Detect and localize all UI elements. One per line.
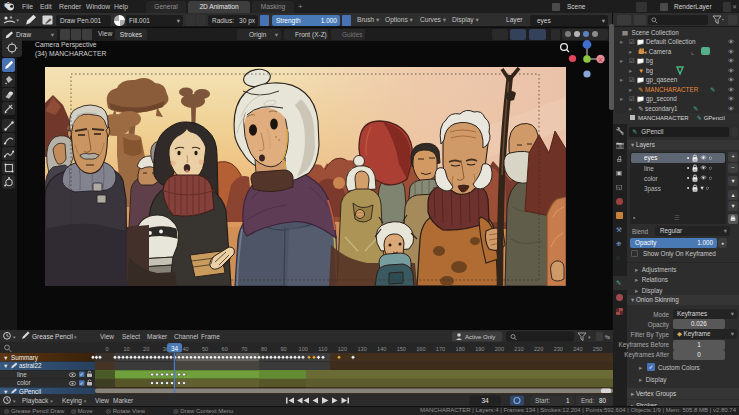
svg-text:Marker: Marker <box>113 397 134 404</box>
svg-text:▼: ▼ <box>3 355 8 361</box>
svg-text:Channel: Channel <box>174 333 199 340</box>
svg-text:40: 40 <box>182 346 188 352</box>
svg-text:34: 34 <box>171 345 179 352</box>
svg-text:↹: ↹ <box>605 334 610 340</box>
svg-text:250: 250 <box>593 346 602 352</box>
svg-text:✓: ✓ <box>80 371 84 377</box>
svg-text:80: 80 <box>599 397 607 404</box>
svg-text:✓: ✓ <box>80 380 84 386</box>
svg-text:160: 160 <box>416 346 425 352</box>
svg-text:View: View <box>95 397 109 404</box>
svg-text:Keying ▾: Keying ▾ <box>62 397 87 405</box>
svg-text:34: 34 <box>481 397 489 404</box>
svg-text:astral22: astral22 <box>19 362 42 369</box>
svg-text:GPencil: GPencil <box>19 388 41 395</box>
svg-text:0: 0 <box>105 346 108 352</box>
svg-text:130: 130 <box>357 346 366 352</box>
svg-text:View: View <box>100 333 114 340</box>
svg-text:Frame: Frame <box>201 333 220 340</box>
svg-text:Grease Pencil: Grease Pencil <box>32 333 73 340</box>
svg-text:110: 110 <box>318 346 327 352</box>
svg-text:line: line <box>17 371 27 378</box>
svg-text:230: 230 <box>554 346 563 352</box>
svg-text:20: 20 <box>143 346 149 352</box>
svg-text:▼: ▼ <box>3 363 8 369</box>
svg-text:140: 140 <box>377 346 386 352</box>
svg-text:200: 200 <box>495 346 504 352</box>
svg-text:220: 220 <box>534 346 543 352</box>
svg-text:1: 1 <box>566 397 570 404</box>
svg-text:240: 240 <box>573 346 582 352</box>
svg-text:Playback ▾: Playback ▾ <box>22 397 53 405</box>
svg-text:80: 80 <box>261 346 267 352</box>
svg-text:70: 70 <box>241 346 247 352</box>
svg-text:170: 170 <box>436 346 445 352</box>
svg-text:180: 180 <box>456 346 465 352</box>
svg-text:End:: End: <box>581 397 594 404</box>
svg-text:60: 60 <box>222 346 228 352</box>
svg-text:Summary: Summary <box>11 354 39 362</box>
svg-text:Select: Select <box>122 333 140 340</box>
svg-text:210: 210 <box>514 346 523 352</box>
svg-text:120: 120 <box>338 346 347 352</box>
svg-text:Marker: Marker <box>147 333 168 340</box>
svg-text:150: 150 <box>397 346 406 352</box>
svg-text:10: 10 <box>123 346 129 352</box>
svg-text:90: 90 <box>280 346 286 352</box>
svg-text:Start:: Start: <box>535 397 550 404</box>
svg-text:50: 50 <box>202 346 208 352</box>
svg-text:▼: ▼ <box>3 389 8 395</box>
svg-text:100: 100 <box>299 346 308 352</box>
svg-text:X: X <box>598 57 602 63</box>
svg-text:color: color <box>17 379 31 386</box>
svg-text:Active Only: Active Only <box>465 334 495 340</box>
svg-text:190: 190 <box>475 346 484 352</box>
